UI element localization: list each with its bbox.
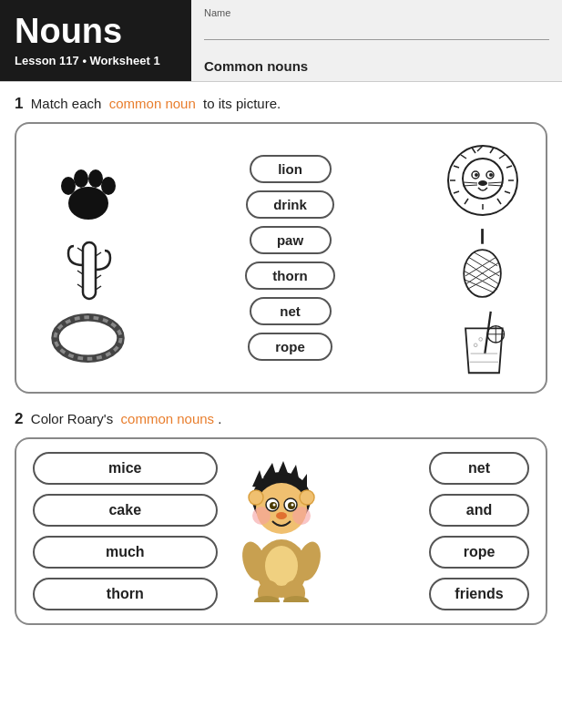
section2-text: Color Roary's: [31, 411, 113, 426]
ex2-right-words: net and rope friends: [345, 452, 530, 610]
page-title: Nouns: [15, 14, 177, 48]
section2-number: 2: [15, 410, 23, 427]
section1-label: 1 Match each common noun to its picture.: [15, 95, 547, 113]
ex1-words: lion drink paw thorn net rope: [157, 155, 424, 361]
exercise1-box: lion drink paw thorn net rope: [15, 122, 547, 394]
svg-point-79: [265, 546, 298, 586]
name-field[interactable]: Name: [204, 7, 549, 40]
svg-line-21: [505, 191, 510, 193]
cactus-image: [59, 235, 118, 303]
section2-highlight: common nouns: [121, 411, 215, 426]
svg-point-56: [474, 343, 477, 346]
word-and: and: [429, 494, 529, 527]
svg-point-1: [61, 177, 76, 195]
svg-marker-61: [278, 461, 289, 476]
word-net: net: [250, 297, 332, 325]
svg-line-17: [490, 148, 494, 153]
paw-svg: [52, 153, 125, 226]
section2-text2: .: [218, 411, 221, 426]
svg-line-25: [454, 191, 459, 193]
section1-number: 1: [15, 95, 23, 112]
net-bag-image: [455, 226, 510, 299]
name-label: Name: [204, 7, 549, 18]
ex2-left-words: mice cake much thorn: [33, 452, 218, 610]
lesson-subtitle: Lesson 117 • Worksheet 1: [15, 54, 177, 67]
drink-image: [455, 306, 510, 379]
lion-image: [437, 137, 528, 219]
svg-point-2: [74, 169, 88, 188]
svg-line-24: [465, 199, 468, 204]
word-lion: lion: [250, 155, 332, 183]
svg-point-3: [88, 169, 103, 188]
ex2-inner: mice cake much thorn: [33, 452, 529, 610]
common-nouns-label: Common nouns: [204, 58, 549, 74]
svg-line-18: [499, 155, 505, 159]
bag-svg: [455, 224, 510, 302]
word-mice: mice: [33, 452, 218, 485]
svg-line-43: [469, 257, 499, 275]
section2-label: 2 Color Roary's common nouns .: [15, 410, 547, 428]
svg-point-14: [69, 327, 107, 348]
word-rope: rope: [248, 333, 332, 361]
roary-image: [218, 461, 345, 602]
svg-point-75: [300, 490, 314, 505]
main-content: 1 Match each common noun to its picture.: [0, 82, 562, 638]
name-input[interactable]: [204, 22, 549, 40]
svg-line-46: [464, 279, 494, 292]
word-paw: paw: [250, 226, 332, 254]
svg-point-0: [68, 187, 108, 220]
svg-line-27: [454, 166, 459, 168]
svg-point-74: [249, 490, 263, 505]
word-thorn: thorn: [245, 261, 334, 290]
rope-image: [47, 313, 129, 363]
svg-point-73: [276, 512, 287, 519]
section1-highlight: common noun: [109, 96, 196, 111]
svg-line-22: [497, 199, 501, 204]
svg-line-28: [461, 155, 466, 159]
svg-line-29: [472, 148, 475, 153]
svg-point-71: [272, 503, 275, 506]
drink-svg: [455, 304, 510, 382]
svg-point-34: [489, 173, 493, 177]
exercise2-box: mice cake much thorn: [15, 437, 547, 625]
word-cake: cake: [33, 494, 218, 527]
svg-point-57: [479, 337, 483, 341]
svg-line-48: [465, 257, 496, 275]
ex1-left-images: [29, 153, 148, 363]
header-left-panel: Nouns Lesson 117 • Worksheet 1: [0, 0, 191, 81]
word-rope2: rope: [429, 536, 529, 569]
svg-point-30: [463, 159, 503, 199]
word-friends: friends: [429, 578, 529, 610]
svg-rect-5: [83, 242, 96, 299]
svg-point-35: [478, 180, 487, 186]
svg-point-4: [101, 177, 116, 195]
cactus-svg: [59, 233, 118, 306]
section1-text2: to its picture.: [203, 96, 281, 111]
paw-image: [52, 153, 125, 226]
page-header: Nouns Lesson 117 • Worksheet 1 Name Comm…: [0, 0, 562, 82]
svg-point-72: [291, 503, 293, 506]
svg-line-19: [506, 166, 512, 168]
ex1-right-images: [433, 137, 533, 379]
word-drink: drink: [246, 190, 334, 219]
header-right-panel: Name Common nouns: [191, 0, 562, 81]
lion-svg: [437, 135, 528, 221]
word-much: much: [33, 536, 218, 569]
svg-point-33: [475, 173, 478, 177]
section1-text: Match each: [31, 96, 102, 111]
rope-svg: [47, 311, 129, 365]
word-thorn2: thorn: [33, 578, 218, 610]
word-net2: net: [429, 452, 529, 485]
roary-svg: [227, 461, 336, 602]
